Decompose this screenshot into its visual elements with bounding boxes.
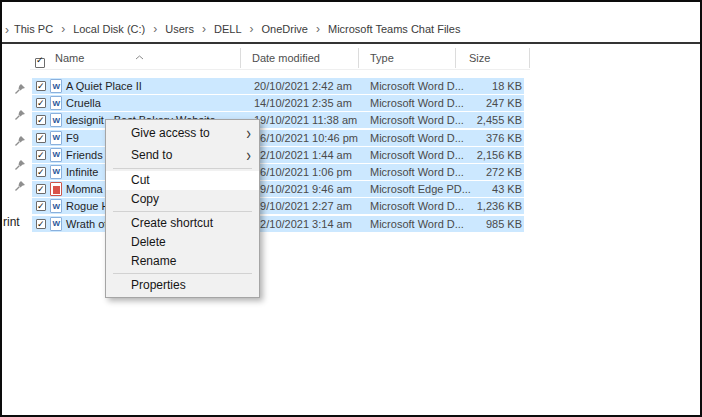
row-checkbox[interactable]: ✓ bbox=[36, 219, 46, 229]
submenu-arrow-icon: › bbox=[246, 141, 251, 169]
row-checkbox[interactable]: ✓ bbox=[36, 184, 46, 194]
column-header-type[interactable]: Type bbox=[370, 52, 394, 64]
file-row[interactable]: ✓ Cruella 14/10/2021 2:35 am Microsoft W… bbox=[32, 95, 524, 111]
chevron-right-icon: › bbox=[202, 24, 206, 34]
column-header-name[interactable]: Name bbox=[55, 52, 84, 64]
select-all-checkbox[interactable]: ✓ bbox=[35, 58, 45, 68]
menu-item-cut[interactable]: Cut bbox=[106, 171, 259, 190]
row-checkbox[interactable]: ✓ bbox=[36, 201, 46, 211]
checkmark-icon: ✓ bbox=[37, 164, 45, 180]
context-menu: Give access to › Send to › Cut Copy Crea… bbox=[105, 119, 260, 298]
column-header-date-modified[interactable]: Date modified bbox=[252, 52, 320, 64]
word-file-icon bbox=[50, 217, 62, 231]
menu-item-label: Send to bbox=[131, 148, 172, 162]
file-date: 12/10/2021 1:44 am bbox=[254, 147, 352, 163]
row-checkbox[interactable]: ✓ bbox=[36, 98, 46, 108]
row-checkbox[interactable]: ✓ bbox=[36, 133, 46, 143]
file-name: A Quiet Place II bbox=[66, 78, 142, 94]
menu-item-label: Give access to bbox=[131, 126, 210, 140]
header-divider bbox=[30, 69, 530, 70]
menu-item-label: Properties bbox=[131, 278, 186, 292]
file-name: Wrath of bbox=[66, 216, 107, 232]
menu-item-rename[interactable]: Rename bbox=[106, 252, 259, 271]
pushpin-icon[interactable] bbox=[14, 178, 26, 190]
column-divider[interactable] bbox=[529, 48, 530, 68]
pushpin-icon[interactable] bbox=[14, 157, 26, 169]
file-size: 247 KB bbox=[432, 95, 522, 111]
row-checkbox[interactable]: ✓ bbox=[36, 150, 46, 160]
file-date: 20/10/2021 2:42 am bbox=[254, 78, 352, 94]
chevron-right-icon: › bbox=[61, 24, 65, 34]
file-date: 19/10/2021 2:27 am bbox=[254, 198, 352, 214]
menu-item-properties[interactable]: Properties bbox=[106, 276, 259, 295]
menu-item-copy[interactable]: Copy bbox=[106, 190, 259, 209]
address-bar-divider bbox=[2, 42, 700, 44]
sort-ascending-icon[interactable] bbox=[135, 46, 144, 64]
breadcrumb-item-dell[interactable]: DELL bbox=[214, 23, 242, 35]
breadcrumb: This PC › Local Disk (C:) › Users › DELL… bbox=[14, 21, 460, 37]
menu-item-label: Create shortcut bbox=[131, 216, 213, 230]
pushpin-icon[interactable] bbox=[14, 107, 26, 119]
pushpin-icon[interactable] bbox=[14, 81, 26, 93]
word-file-icon bbox=[50, 96, 62, 110]
word-file-icon bbox=[50, 199, 62, 213]
file-size: 1,236 KB bbox=[432, 198, 522, 214]
file-size: 272 KB bbox=[432, 164, 522, 180]
column-divider[interactable] bbox=[358, 48, 359, 68]
menu-separator bbox=[113, 168, 252, 169]
file-name: Cruella bbox=[66, 95, 101, 111]
checkmark-icon: ✓ bbox=[37, 198, 45, 214]
pdf-file-icon bbox=[50, 182, 62, 196]
checkmark-icon: ✓ bbox=[37, 216, 45, 232]
menu-item-send-to[interactable]: Send to › bbox=[106, 144, 259, 166]
file-date: 16/10/2021 1:06 pm bbox=[254, 164, 352, 180]
menu-item-create-shortcut[interactable]: Create shortcut bbox=[106, 214, 259, 233]
checkmark-icon: ✓ bbox=[37, 78, 45, 94]
chevron-right-icon: › bbox=[250, 24, 254, 34]
file-name: Rogue H bbox=[66, 198, 109, 214]
word-file-icon bbox=[50, 79, 62, 93]
checkmark-icon: ✓ bbox=[36, 55, 44, 65]
checkmark-icon: ✓ bbox=[37, 181, 45, 197]
checkmark-icon: ✓ bbox=[37, 130, 45, 146]
file-size: 18 KB bbox=[432, 78, 522, 94]
file-size: 2,455 KB bbox=[432, 112, 522, 128]
column-divider[interactable] bbox=[240, 48, 241, 68]
chevron-right-icon: › bbox=[153, 24, 157, 34]
menu-item-give-access-to[interactable]: Give access to › bbox=[106, 122, 259, 144]
breadcrumb-item-local-disk[interactable]: Local Disk (C:) bbox=[73, 23, 145, 35]
file-row[interactable]: ✓ A Quiet Place II 20/10/2021 2:42 am Mi… bbox=[32, 78, 524, 94]
menu-item-label: Delete bbox=[131, 235, 166, 249]
file-size: 2,156 KB bbox=[432, 147, 522, 163]
file-name: Momna bbox=[66, 181, 103, 197]
file-date: 16/10/2021 10:46 pm bbox=[254, 130, 358, 146]
checkmark-icon: ✓ bbox=[37, 112, 45, 128]
word-file-icon bbox=[50, 113, 62, 127]
file-size: 376 KB bbox=[432, 130, 522, 146]
chevron-right-icon: › bbox=[5, 23, 9, 37]
breadcrumb-item-onedrive[interactable]: OneDrive bbox=[262, 23, 308, 35]
column-divider[interactable] bbox=[455, 48, 456, 68]
word-file-icon bbox=[50, 148, 62, 162]
breadcrumb-item-users[interactable]: Users bbox=[165, 23, 194, 35]
sidebar-partial-label[interactable]: rint bbox=[3, 215, 20, 229]
file-explorer-window: › This PC › Local Disk (C:) › Users › DE… bbox=[0, 0, 702, 417]
pushpin-icon[interactable] bbox=[14, 133, 26, 145]
menu-item-label: Rename bbox=[131, 254, 176, 268]
column-header-size[interactable]: Size bbox=[469, 52, 490, 64]
breadcrumb-item-teams-chat-files[interactable]: Microsoft Teams Chat Files bbox=[328, 23, 460, 35]
menu-item-delete[interactable]: Delete bbox=[106, 233, 259, 252]
checkmark-icon: ✓ bbox=[37, 95, 45, 111]
file-name: F9 bbox=[66, 130, 79, 146]
row-checkbox[interactable]: ✓ bbox=[36, 167, 46, 177]
file-size: 985 KB bbox=[432, 216, 522, 232]
menu-item-label: Copy bbox=[131, 192, 159, 206]
word-file-icon bbox=[50, 131, 62, 145]
menu-item-label: Cut bbox=[131, 173, 150, 187]
file-date: 14/10/2021 2:35 am bbox=[254, 95, 352, 111]
checkmark-icon: ✓ bbox=[37, 147, 45, 163]
row-checkbox[interactable]: ✓ bbox=[36, 81, 46, 91]
file-date: 12/10/2021 3:14 am bbox=[254, 216, 352, 232]
breadcrumb-item-this-pc[interactable]: This PC bbox=[14, 23, 53, 35]
row-checkbox[interactable]: ✓ bbox=[36, 115, 46, 125]
